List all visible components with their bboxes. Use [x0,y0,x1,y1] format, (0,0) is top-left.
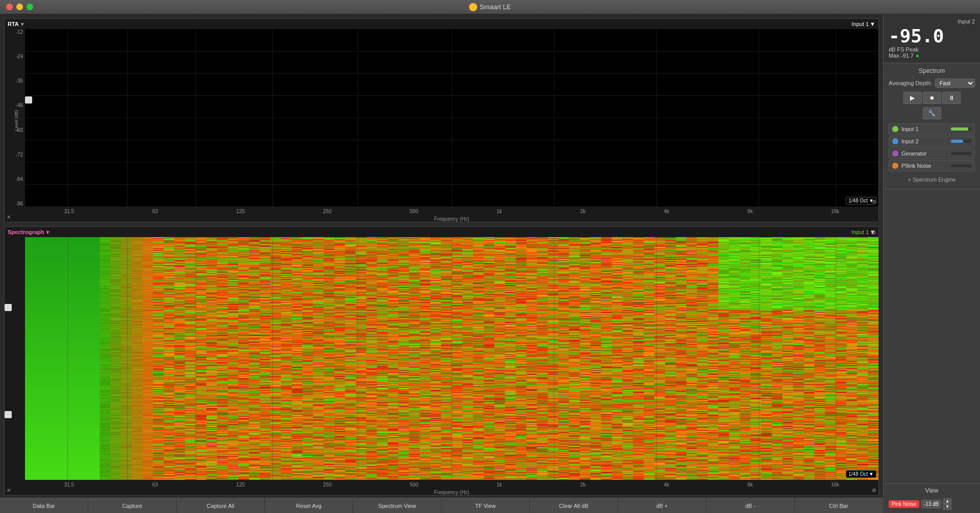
sx-label-1k: 1k [497,482,502,488]
rta-x-axis-title: Frequency (Hz) [25,216,878,222]
tf-view-button[interactable]: TF View [442,498,530,513]
x-label-16k: 16k [831,209,839,214]
x-label-4k: 4k [664,209,670,214]
main-layout: RTA ▼ Input 1 ▼ Level (dB) -12 -24 -36 -… [0,14,980,513]
level-max: Max -91.7 ● [889,53,975,59]
rta-level-thumb[interactable] [25,96,32,104]
wrench-button[interactable]: 🔧 [923,107,941,119]
db-step-down[interactable]: ▼ [943,504,951,510]
sx-label-4k: 4k [664,482,670,488]
db-step-up[interactable]: ▲ [943,498,951,504]
app-icon [469,3,477,11]
data-bar-button[interactable]: Data Bar [0,498,88,513]
x-label-2k: 2k [580,209,586,214]
spectrograph-x-axis: 31.5 63 125 250 500 1k 2k 4k 8k 16k Freq… [25,480,878,495]
p9ink-dot [892,163,898,169]
bottom-toolbar: Data Bar Capture Capture All Reset Avg S… [0,498,883,513]
capture-button[interactable]: Capture [88,498,177,513]
pink-noise-button[interactable]: Pink Noise [889,500,919,508]
x-label-315: 31.5 [64,209,74,214]
x-label-8k: 8k [747,209,753,214]
input-2-level-fill [951,140,963,143]
y-label-4: -48 [5,102,25,108]
view-section-title: View [889,487,975,494]
ctrl-bar-button[interactable]: Ctrl Bar [795,498,883,513]
level-value: -95.0 [889,25,944,46]
rta-x-axis: 31.5 63 125 250 500 1k 2k 4k 8k 16k Freq… [25,207,878,222]
input-item-p9ink[interactable]: P9ink Noise [889,160,975,171]
level-display: -95.0 [889,25,975,46]
spectrograph-close-icon[interactable]: ✕ [7,488,11,493]
y-label-1: -12 [5,29,25,35]
transport-controls: ▶ ■ ⏸ [889,92,975,104]
x-label-125: 125 [236,209,245,214]
sx-label-500: 500 [410,482,419,488]
p9ink-name: P9ink Noise [901,163,948,169]
x-label-250: 250 [323,209,332,214]
level-meter: Input 2 -95.0 dB FS Peak Max -91.7 ● [884,14,980,63]
spectrograph-dropdown-icon[interactable]: ▼ [45,229,51,235]
rta-grid [25,29,878,207]
spectro-x-axis-title: Frequency (Hz) [25,490,878,495]
x-label-500: 500 [410,209,419,214]
sx-label-63: 63 [152,482,158,488]
y-label-6: -72 [5,152,25,158]
rta-dropdown-icon[interactable]: ▼ [20,21,25,27]
avg-depth-select[interactable]: Fast Medium Slow [935,79,975,88]
input-1-level-bar [951,127,971,131]
spectrograph-bottom-settings-icon[interactable]: ⚙ [872,488,876,493]
close-button[interactable] [6,4,13,10]
minimize-button[interactable] [16,4,23,10]
spectrograph-visualization[interactable] [25,237,878,480]
db-minus-button[interactable]: dB - [706,498,795,513]
view-controls: Pink Noise -13 dB ▲ ▼ [889,498,975,510]
spectrum-section-title: Spectrum [889,67,975,74]
level-input-label: Input 2 [889,18,975,24]
rta-spectrum-area[interactable] [25,29,878,207]
sx-label-125: 125 [236,482,245,488]
rta-panel: RTA ▼ Input 1 ▼ Level (dB) -12 -24 -36 -… [4,18,879,222]
db-plus-button[interactable]: dB + [618,498,706,513]
rta-input-selector[interactable]: Input 1 ▼ [851,21,875,27]
stop-button[interactable]: ■ [923,92,941,104]
generator-dot [892,150,898,157]
y-label-7: -84 [5,176,25,182]
x-label-1k: 1k [497,209,502,214]
rta-settings-icon[interactable]: ⚙ [872,199,876,204]
spectrum-view-button[interactable]: Spectrum View [353,498,442,513]
pause-button[interactable]: ⏸ [942,92,961,104]
play-button[interactable]: ▶ [903,92,922,104]
p9ink-level-bar [951,164,971,167]
maximize-button[interactable] [27,4,33,10]
add-spectrum-engine-button[interactable]: + Spectrum Engine [889,174,975,185]
spectro-level-thumb-top[interactable] [5,304,12,311]
db-stepper: ▲ ▼ [943,498,951,510]
spectrograph-panel: Spectrograph ▼ Input 1 ▼ ⚙ [4,226,879,496]
input-1-dot [892,126,898,132]
x-label-63: 63 [152,209,158,214]
input-item-generator[interactable]: Generator [889,148,975,159]
rta-label: RTA ▼ [8,21,25,27]
spectro-level-thumb-bottom[interactable] [5,411,12,418]
level-max-dot: ● [916,53,919,59]
input-item-1[interactable]: Input 1 [889,123,975,135]
reset-avg-button[interactable]: Reset Avg [265,498,353,513]
input-item-2[interactable]: Input 2 [889,136,975,147]
spectro-resolution-dropdown-icon: ▼ [869,471,874,477]
spectrograph-settings-icon[interactable]: ⚙ [871,229,876,236]
capture-all-button[interactable]: Capture All [177,498,265,513]
sx-label-250: 250 [323,482,332,488]
spectrum-section: Spectrum Averaging Depth: Fast Medium Sl… [884,63,980,189]
spectrograph-resolution-badge[interactable]: 1/48 Oct ▼ [846,470,876,478]
input-2-name: Input 2 [901,138,948,144]
clear-all-db-button[interactable]: Clear All dB [530,498,618,513]
rta-close-icon[interactable]: ✕ [7,214,11,220]
spectrograph-y-axis [5,227,25,480]
generator-level-bar [951,152,971,155]
sx-label-2k: 2k [580,482,586,488]
rta-y-axis: -12 -24 -36 -48 -60 -72 -84 -96 [5,19,25,207]
spectrograph-label: Spectrograph ▼ [8,229,50,235]
level-unit: dB FS Peak [889,46,919,53]
sidebar-spacer [884,189,980,483]
spectro-x-labels: 31.5 63 125 250 500 1k 2k 4k 8k 16k [25,480,878,490]
